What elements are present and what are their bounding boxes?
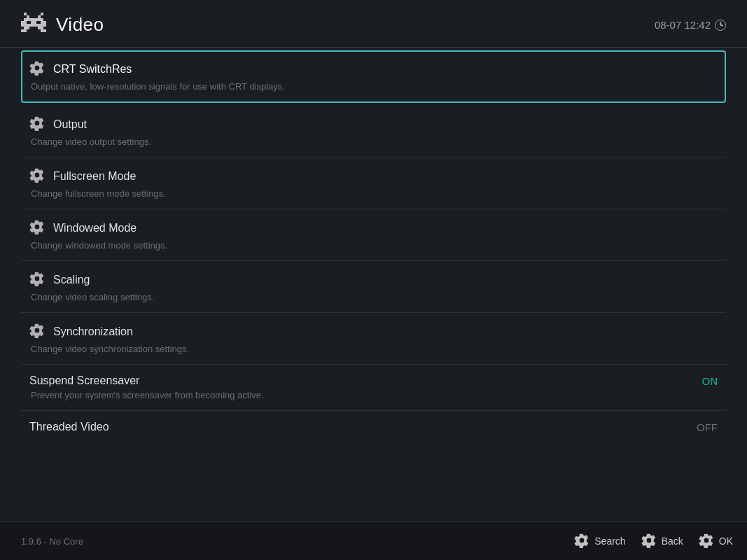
menu-item-header-suspend-screensaver: Suspend ScreensaverON bbox=[29, 374, 718, 387]
menu-item-label-crt-switchres: CRT SwitchRes bbox=[53, 63, 132, 76]
menu-item-desc-synchronization: Change video synchronization settings. bbox=[29, 344, 718, 360]
svg-rect-12 bbox=[41, 29, 46, 32]
svg-rect-10 bbox=[38, 27, 43, 29]
menu-item-suspend-screensaver[interactable]: Suspend ScreensaverONPrevent your system… bbox=[21, 365, 726, 411]
clock-icon bbox=[715, 20, 726, 31]
menu-item-label-scaling: Scaling bbox=[53, 274, 90, 286]
ok-icon bbox=[699, 533, 714, 550]
svg-rect-8 bbox=[21, 24, 46, 27]
svg-rect-5 bbox=[21, 21, 27, 24]
svg-point-16 bbox=[35, 225, 39, 229]
menu-item-threaded-video[interactable]: Threaded VideoOFF bbox=[21, 411, 726, 440]
menu-item-label-threaded-video: Threaded Video bbox=[29, 421, 109, 433]
svg-point-20 bbox=[646, 538, 650, 542]
svg-point-18 bbox=[35, 328, 39, 332]
search-icon bbox=[574, 533, 589, 550]
ok-label: OK bbox=[719, 536, 733, 547]
menu-item-header-synchronization: Synchronization bbox=[29, 323, 718, 341]
svg-rect-0 bbox=[24, 13, 27, 15]
menu-item-synchronization[interactable]: SynchronizationChange video synchronizat… bbox=[21, 313, 726, 365]
gear-icon-fullscreen-mode bbox=[29, 167, 45, 186]
menu-item-header-crt-switchres: CRT SwitchRes bbox=[29, 60, 718, 78]
menu-item-label-suspend-screensaver: Suspend Screensaver bbox=[29, 374, 139, 387]
svg-rect-3 bbox=[38, 15, 41, 18]
page-title: Video bbox=[56, 14, 104, 36]
menu-item-label-fullscreen-mode: Fullscreen Mode bbox=[53, 170, 136, 183]
svg-point-13 bbox=[35, 66, 39, 70]
menu-item-header-output: Output bbox=[29, 115, 718, 134]
gear-icon-synchronization bbox=[29, 323, 45, 341]
menu-item-desc-windowed-mode: Change windowed mode settings. bbox=[29, 240, 718, 256]
back-label: Back bbox=[662, 536, 683, 547]
menu-item-crt-switchres[interactable]: CRT SwitchResOutput native, low-resoluti… bbox=[21, 50, 726, 103]
svg-point-17 bbox=[35, 276, 39, 281]
gear-icon-crt-switchres bbox=[29, 60, 45, 78]
menu-item-header-fullscreen-mode: Fullscreen Mode bbox=[29, 167, 718, 186]
header-datetime: 08-07 12:42 bbox=[655, 19, 726, 31]
footer-actions: Search Back OK bbox=[574, 533, 733, 550]
retro-game-icon bbox=[21, 13, 46, 37]
menu-item-desc-crt-switchres: Output native, low-resolution signals fo… bbox=[29, 81, 718, 97]
header-left: Video bbox=[21, 13, 104, 37]
menu-item-desc-fullscreen-mode: Change fullscreen mode settings. bbox=[29, 188, 718, 204]
svg-rect-6 bbox=[31, 21, 36, 24]
menu-item-output[interactable]: OutputChange video output settings. bbox=[21, 106, 726, 158]
footer: 1.9.6 - No Core Search Back OK bbox=[0, 522, 747, 560]
menu-item-label-output: Output bbox=[53, 118, 87, 131]
search-label: Search bbox=[594, 536, 625, 547]
footer-action-back[interactable]: Back bbox=[641, 533, 683, 550]
menu-item-label-synchronization: Synchronization bbox=[53, 326, 133, 338]
menu-item-desc-scaling: Change video scaling settings. bbox=[29, 292, 718, 308]
svg-point-19 bbox=[580, 538, 584, 542]
svg-point-15 bbox=[35, 173, 39, 177]
menu-item-header-windowed-mode: Windowed Mode bbox=[29, 219, 718, 237]
menu-list: CRT SwitchResOutput native, low-resoluti… bbox=[0, 48, 747, 520]
svg-point-21 bbox=[704, 538, 708, 542]
gear-icon-scaling bbox=[29, 271, 45, 289]
menu-item-scaling[interactable]: ScalingChange video scaling settings. bbox=[21, 261, 726, 313]
menu-item-value-suspend-screensaver: ON bbox=[702, 375, 718, 387]
menu-item-value-threaded-video: OFF bbox=[697, 421, 718, 433]
footer-action-ok[interactable]: OK bbox=[699, 533, 733, 550]
menu-item-desc-suspend-screensaver: Prevent your system's screensaver from b… bbox=[29, 390, 718, 406]
menu-item-header-threaded-video: Threaded VideoOFF bbox=[29, 421, 718, 433]
footer-action-search[interactable]: Search bbox=[574, 533, 625, 550]
menu-item-label-windowed-mode: Windowed Mode bbox=[53, 222, 137, 234]
svg-point-14 bbox=[35, 121, 39, 125]
svg-rect-1 bbox=[41, 13, 43, 15]
header: Video 08-07 12:42 bbox=[0, 0, 747, 48]
menu-item-fullscreen-mode[interactable]: Fullscreen ModeChange fullscreen mode se… bbox=[21, 158, 726, 209]
svg-rect-2 bbox=[27, 15, 29, 18]
menu-item-header-scaling: Scaling bbox=[29, 271, 718, 289]
svg-rect-11 bbox=[21, 29, 27, 32]
back-icon bbox=[641, 533, 657, 550]
menu-item-windowed-mode[interactable]: Windowed ModeChange windowed mode settin… bbox=[21, 209, 726, 261]
menu-item-desc-output: Change video output settings. bbox=[29, 136, 718, 153]
svg-rect-9 bbox=[24, 27, 29, 29]
version-label: 1.9.6 - No Core bbox=[21, 536, 83, 547]
svg-rect-4 bbox=[24, 18, 43, 21]
gear-icon-output bbox=[29, 115, 45, 134]
gear-icon-windowed-mode bbox=[29, 219, 45, 237]
svg-rect-7 bbox=[41, 21, 46, 24]
